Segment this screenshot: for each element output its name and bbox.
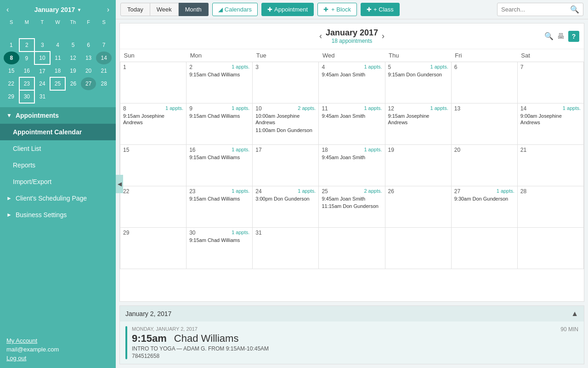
- calendar-cell[interactable]: 241 appts.3:00pm Don Gunderson: [253, 186, 319, 228]
- mini-cal-day[interactable]: 23: [19, 77, 35, 90]
- mini-cal-day[interactable]: 22: [4, 77, 19, 90]
- calendar-cell[interactable]: 271 appts.9:30am Don Gunderson: [451, 186, 517, 228]
- calendar-cell[interactable]: 81 appts.9:15am Josephine Andrews: [120, 104, 187, 145]
- calendar-cell[interactable]: 301 appts.9:15am Chad Williams: [187, 228, 253, 269]
- mini-cal-day[interactable]: 11: [50, 52, 66, 64]
- nav-item-import/export[interactable]: Import/Export: [0, 173, 116, 190]
- appt-entry[interactable]: 11:00am Don Gunderson: [255, 127, 316, 133]
- calendar-cell[interactable]: 13: [451, 104, 517, 145]
- mini-cal-day[interactable]: 19: [65, 64, 81, 77]
- calendar-cell[interactable]: 20: [451, 145, 517, 186]
- appt-entry[interactable]: 9:45am Joan Smith: [322, 71, 382, 78]
- mini-cal-day[interactable]: 21: [96, 64, 112, 77]
- appt-entry[interactable]: 9:15am Chad Williams: [189, 113, 249, 119]
- mini-cal-day[interactable]: 1: [4, 39, 19, 52]
- appt-entry[interactable]: 9:15am Josephine Andrews: [123, 113, 183, 126]
- mini-cal-day[interactable]: 20: [81, 64, 96, 77]
- calendar-cell[interactable]: 51 appts.9:15am Don Gunderson: [385, 62, 451, 104]
- mini-cal-day[interactable]: 16: [19, 64, 35, 77]
- mini-cal-day[interactable]: 7: [96, 39, 112, 52]
- calendar-cell[interactable]: 91 appts.9:15am Chad Williams: [187, 104, 253, 145]
- calendar-cell[interactable]: 161 appts.9:15am Chad Williams: [187, 145, 253, 186]
- search-input[interactable]: [501, 6, 570, 13]
- mini-cal-dropdown-icon[interactable]: ▼: [77, 7, 81, 12]
- search-icon[interactable]: 🔍: [570, 5, 579, 14]
- calendar-cell[interactable]: 102 appts.10:00am Josephine Andrews11:00…: [253, 104, 319, 145]
- calendar-cell[interactable]: 181 appts.9:45am Joan Smith: [319, 145, 385, 186]
- mini-cal-day[interactable]: 15: [4, 64, 19, 77]
- cal-prev-button[interactable]: ‹: [316, 31, 326, 41]
- nav-item-reports[interactable]: Reports: [0, 157, 116, 173]
- mini-cal-day[interactable]: 27: [81, 77, 96, 90]
- appt-entry[interactable]: 9:15am Josephine Andrews: [388, 113, 448, 126]
- business-settings-header[interactable]: ► Business Settings: [0, 207, 116, 223]
- appt-entry[interactable]: 9:15am Chad Williams: [189, 154, 249, 161]
- appt-entry[interactable]: 9:15am Chad Williams: [189, 237, 249, 243]
- calendar-cell[interactable]: 19: [385, 145, 451, 186]
- mini-cal-day[interactable]: 2: [19, 39, 35, 52]
- mini-cal-day[interactable]: 26: [65, 77, 81, 90]
- zoom-icon[interactable]: 🔍: [544, 32, 554, 40]
- calendar-cell[interactable]: 3: [253, 62, 319, 104]
- calendar-cell[interactable]: 6: [451, 62, 517, 104]
- mini-cal-day[interactable]: 29: [4, 90, 19, 103]
- nav-item-appointment-calendar[interactable]: Appointment Calendar: [0, 124, 116, 140]
- mini-cal-day[interactable]: 6: [81, 39, 96, 52]
- appt-entry[interactable]: 9:45am Joan Smith: [322, 113, 382, 119]
- mini-cal-next-button[interactable]: ›: [105, 6, 111, 14]
- calendar-cell[interactable]: 111 appts.9:45am Joan Smith: [319, 104, 385, 145]
- help-button[interactable]: ?: [568, 31, 579, 42]
- mini-cal-day[interactable]: 28: [96, 77, 112, 90]
- appt-entry[interactable]: 9:30am Don Gunderson: [454, 196, 514, 202]
- mini-cal-day[interactable]: 5: [65, 39, 81, 52]
- mini-cal-day[interactable]: 8: [4, 52, 19, 64]
- mini-cal-day[interactable]: 24: [34, 77, 50, 90]
- mini-cal-prev-button[interactable]: ‹: [5, 6, 11, 14]
- account-label[interactable]: My Account: [6, 337, 109, 344]
- calendar-cell[interactable]: 141 appts.9:00am Josephine Andrews: [517, 104, 583, 145]
- client-scheduling-header[interactable]: ► Client's Scheduling Page: [0, 190, 116, 207]
- appointments-header[interactable]: ▼ Appointments: [0, 107, 116, 124]
- mini-cal-day[interactable]: 10: [34, 52, 50, 64]
- block-button[interactable]: ✚ + Block: [317, 3, 357, 16]
- calendar-cell[interactable]: 31: [253, 228, 319, 269]
- mini-cal-day[interactable]: 14: [96, 52, 112, 64]
- nav-item-client-list[interactable]: Client List: [0, 140, 116, 157]
- mini-cal-day[interactable]: 9: [19, 52, 35, 64]
- calendar-cell[interactable]: 26: [385, 186, 451, 228]
- mini-cal-day[interactable]: 3: [34, 39, 50, 52]
- appt-entry[interactable]: 10:00am Josephine Andrews: [255, 113, 316, 126]
- calendar-cell[interactable]: 1: [120, 62, 187, 104]
- appt-entry[interactable]: 9:15am Chad Williams: [189, 71, 249, 78]
- appt-entry[interactable]: 3:00pm Don Gunderson: [255, 196, 316, 202]
- calendar-cell[interactable]: 7: [517, 62, 583, 104]
- appt-entry[interactable]: 9:00am Josephine Andrews: [520, 113, 581, 126]
- appointment-button[interactable]: ✚ Appointment: [261, 3, 314, 16]
- appt-entry[interactable]: 9:15am Chad Williams: [189, 196, 249, 202]
- mini-cal-day[interactable]: 12: [65, 52, 81, 64]
- mini-cal-day[interactable]: 18: [50, 64, 66, 77]
- sidebar-collapse-button[interactable]: ◀: [116, 175, 123, 193]
- cal-next-button[interactable]: ›: [378, 31, 388, 41]
- mini-cal-day[interactable]: 30: [19, 90, 35, 103]
- mini-cal-day[interactable]: 25: [50, 77, 66, 90]
- appt-entry[interactable]: 9:15am Don Gunderson: [388, 71, 448, 78]
- calendar-cell[interactable]: 22: [120, 186, 187, 228]
- detail-header[interactable]: January 2, 2017 ▲: [120, 306, 584, 322]
- class-button[interactable]: ✚ + Class: [361, 3, 400, 16]
- print-icon[interactable]: 🖶: [557, 32, 565, 40]
- calendars-button[interactable]: ◢ Calendars: [212, 3, 258, 16]
- calendar-cell[interactable]: 21: [517, 145, 583, 186]
- calendar-cell[interactable]: 41 appts.9:45am Joan Smith: [319, 62, 385, 104]
- calendar-cell[interactable]: 231 appts.9:15am Chad Williams: [187, 186, 253, 228]
- today-button[interactable]: Today: [120, 3, 150, 16]
- mini-cal-day[interactable]: 31: [34, 90, 50, 103]
- calendar-cell[interactable]: 28: [517, 186, 583, 228]
- calendar-cell[interactable]: 252 appts.9:45am Joan Smith11:15am Don G…: [319, 186, 385, 228]
- mini-cal-day[interactable]: 17: [34, 64, 50, 77]
- appt-entry[interactable]: 9:45am Joan Smith: [322, 196, 382, 202]
- calendar-cell[interactable]: 21 appts.9:15am Chad Williams: [187, 62, 253, 104]
- mini-cal-day[interactable]: 4: [50, 39, 66, 52]
- logout-link[interactable]: Log out: [6, 355, 26, 362]
- calendar-cell[interactable]: 17: [253, 145, 319, 186]
